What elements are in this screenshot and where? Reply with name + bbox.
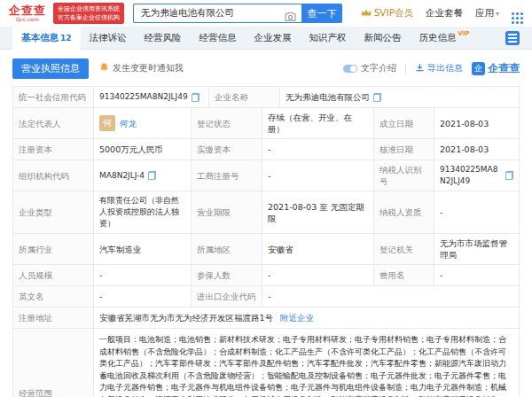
vertical-divider	[405, 64, 406, 74]
value-import-export-code: -	[262, 286, 519, 307]
tab-operation-info[interactable]: 经营信息	[191, 27, 246, 50]
qcc-watermark-text: 企查查	[488, 61, 520, 76]
svip-member-link[interactable]: SVIP会员	[361, 7, 413, 19]
tab-legal-litigation[interactable]: 法律诉讼	[81, 27, 136, 50]
value-credit-code: 91340225MA8N2JLJ49	[94, 87, 209, 107]
company-nav-tabs: 基本信息 12 法律诉讼 经营风险 经营信息 企业发展 知识产权 新闻公告 历史…	[0, 27, 532, 50]
export-info-button[interactable]: 导出信息	[415, 62, 463, 74]
notify-change-button[interactable]: 发生变更时通知我	[99, 62, 184, 74]
legal-rep-avatar[interactable]: 何	[99, 115, 115, 131]
value-established: 2021-08-03	[434, 108, 519, 138]
apps-menu[interactable]: 应用 ▾	[475, 7, 499, 19]
value-business-scope: 一般项目：电池制造；电池销售；新材料技术研发；电子专用材料研发；电子专用材料销售…	[94, 329, 519, 397]
taxpayer-id-text: 91340225MA8N2JLJ49	[440, 164, 502, 187]
table-row: 统一社会信用代码 91340225MA8N2JLJ49 企业名称 无为弗迪电池有…	[13, 87, 519, 108]
label-company-name: 企业名称	[209, 87, 280, 107]
table-row: 企业类型 有限责任公司（非自然人投资或控股的法人独资） 营业期限 2021-08…	[13, 191, 519, 234]
value-reg-number: -	[262, 160, 374, 191]
table-row: 英文名 - 进出口企业代码 -	[13, 286, 519, 307]
tab-basic-info[interactable]: 基本信息 12	[12, 27, 81, 50]
qcc-watermark-icon: 企	[472, 62, 485, 75]
apps-grid-icon[interactable]	[512, 12, 514, 15]
table-row: 注册资本 5000万元人民币 实缴资本 - 核准日期 2021-08-03	[13, 139, 519, 160]
tab-company-development[interactable]: 企业发展	[246, 27, 301, 50]
org-code-text: MA8N2JLJ-4	[99, 170, 145, 182]
value-reg-authority: 无为市市场监督管理局	[434, 234, 519, 264]
copy-icon[interactable]	[148, 171, 156, 180]
label-reg-authority: 登记机关	[374, 234, 434, 264]
value-former-name: -	[434, 265, 519, 285]
tab-label: 法律诉讼	[90, 32, 127, 44]
tab-label: 历史信息	[419, 32, 457, 44]
tab-count: 12	[60, 34, 72, 43]
copy-icon[interactable]	[373, 93, 381, 102]
top-bar: 企查查 Qcc.com 全国企业信用资讯系统 官方备案企业征信机构 查一下 SV…	[0, 0, 532, 27]
tab-history-info[interactable]: 历史信息 VIP	[411, 27, 479, 50]
search-button[interactable]: 查一下	[301, 4, 342, 23]
apps-label: 应用	[475, 7, 494, 19]
copy-icon[interactable]	[192, 93, 200, 102]
text-intro-toggle-icon	[343, 65, 357, 73]
value-reg-capital: 5000万元人民币	[94, 139, 192, 160]
table-row: 所属行业 汽车制造业 所属地区 安徽省 登记机关 无为市市场监督管理局	[13, 234, 519, 265]
value-approval-date: 2021-08-03	[434, 139, 519, 160]
label-paid-capital: 实缴资本	[192, 139, 262, 160]
badge-line2: 官方备案企业征信机构	[58, 13, 120, 22]
tab-operation-risk[interactable]: 经营风险	[136, 27, 191, 50]
bell-icon	[99, 62, 109, 74]
enterprise-package-link[interactable]: 企业套餐	[426, 7, 463, 19]
value-legal-rep: 何 何龙	[94, 108, 192, 138]
tab-intellectual-property[interactable]: 知识产权	[301, 27, 356, 50]
section-header-actions: 文字介绍 导出信息 企 企查查	[343, 61, 520, 76]
search-bar: 查一下	[133, 4, 342, 23]
search-input[interactable]	[133, 4, 301, 23]
label-industry: 所属行业	[13, 234, 94, 264]
table-row: 组织机构代码 MA8N2JLJ-4 工商注册号 - 纳税人识别号 9134022…	[13, 160, 519, 191]
label-reg-capital: 注册资本	[13, 139, 94, 160]
crown-icon	[361, 8, 372, 19]
label-import-export-code: 进出口企业代码	[192, 286, 262, 307]
value-org-code: MA8N2JLJ-4	[94, 160, 192, 191]
nearby-companies-link[interactable]: 附近企业	[280, 312, 314, 323]
company-name-text: 无为弗迪电池有限公司	[286, 91, 370, 103]
label-approval-date: 核准日期	[374, 139, 434, 160]
business-license-table: 统一社会信用代码 91340225MA8N2JLJ49 企业名称 无为弗迪电池有…	[12, 86, 520, 397]
value-english-name: -	[94, 286, 192, 307]
top-right-menu: SVIP会员 企业套餐 应用 ▾	[361, 7, 523, 19]
label-status: 登记状态	[192, 108, 262, 138]
camera-icon[interactable]	[285, 8, 296, 25]
copy-icon[interactable]	[505, 171, 513, 180]
section-title-tag: 营业执照信息	[12, 58, 89, 79]
value-staff-size: -	[94, 265, 192, 285]
tab-label: 经营信息	[200, 32, 237, 44]
value-address: 安徽省芜湖市无为市无为经济开发区福渡路1号 附近企业	[94, 307, 519, 328]
svip-label: SVIP会员	[374, 7, 413, 19]
table-row: 人员规模 - 参保人数 - 曾用名 -	[13, 265, 519, 286]
qcc-logo[interactable]: 企查查 Qcc.com	[9, 4, 46, 22]
legal-rep-link[interactable]: 何龙	[120, 118, 137, 129]
notify-label: 发生变更时通知我	[113, 62, 184, 74]
label-legal-rep: 法定代表人	[13, 108, 94, 138]
table-row: 注册地址 安徽省芜湖市无为市无为经济开发区福渡路1号 附近企业	[13, 307, 519, 329]
tab-news-announcements[interactable]: 新闻公告	[356, 27, 411, 50]
address-text: 安徽省芜湖市无为市无为经济开发区福渡路1号	[99, 312, 273, 323]
label-org-code: 组织机构代码	[13, 160, 94, 191]
text-intro-toggle[interactable]: 文字介绍	[343, 62, 396, 74]
certification-badge: 全国企业信用资讯系统 官方备案企业征信机构	[53, 3, 124, 24]
logo-domain: Qcc.com	[16, 17, 39, 22]
tab-label: 基本信息	[21, 32, 59, 44]
tab-label: 知识产权	[309, 32, 347, 44]
export-label: 导出信息	[427, 62, 463, 74]
value-industry: 汽车制造业	[94, 234, 192, 264]
value-paid-capital: -	[262, 139, 374, 160]
label-former-name: 曾用名	[374, 265, 434, 285]
nav-menu-icon[interactable]	[505, 31, 520, 45]
vip-badge: VIP	[458, 30, 470, 37]
value-company-name: 无为弗迪电池有限公司	[280, 87, 519, 107]
tab-label: 新闻公告	[364, 32, 402, 44]
label-business-term: 营业期限	[192, 191, 262, 233]
credit-code-text: 91340225MA8N2JLJ49	[99, 91, 188, 103]
value-taxpayer-quality: -	[434, 191, 519, 233]
label-insured-count: 参保人数	[192, 265, 262, 285]
value-status: 存续（在营、开业、在册）	[262, 108, 374, 138]
